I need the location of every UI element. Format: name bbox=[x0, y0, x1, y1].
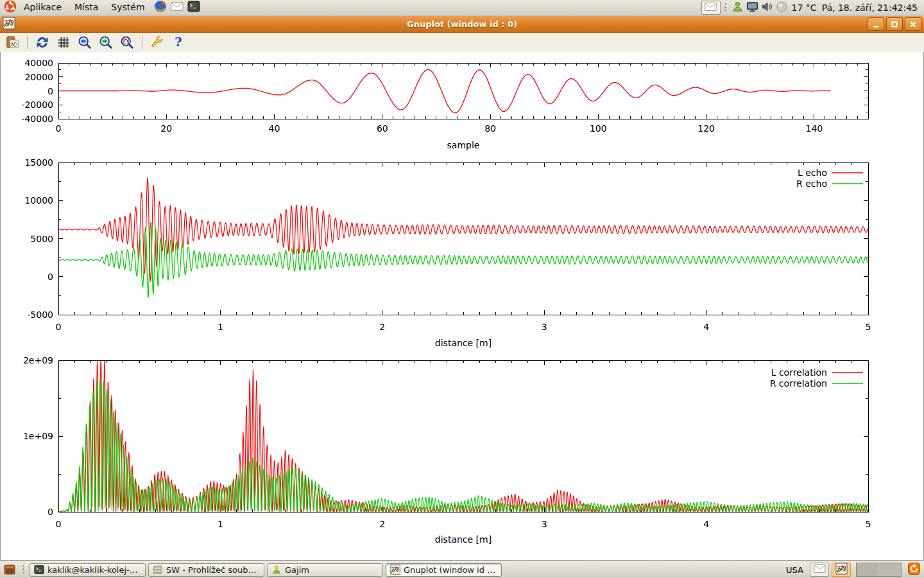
window-controls bbox=[868, 17, 921, 31]
copy-button[interactable] bbox=[3, 34, 21, 51]
zoom-next-icon bbox=[99, 35, 113, 49]
help-button[interactable]: ? bbox=[169, 34, 187, 51]
svg-text:15000: 15000 bbox=[24, 157, 53, 168]
svg-text:1e+09: 1e+09 bbox=[23, 431, 53, 441]
svg-text:sample: sample bbox=[447, 140, 480, 150]
svg-text:20000: 20000 bbox=[24, 72, 53, 82]
gnuplot-icon bbox=[390, 565, 400, 575]
gnuplot-plots: 020406080100120140-40000-200000200004000… bbox=[1, 53, 924, 561]
top-panel: Aplikace Místa Systém 17 °C Pá, 18. září… bbox=[0, 0, 924, 15]
svg-text:R correlation: R correlation bbox=[770, 378, 827, 389]
grid-icon bbox=[56, 35, 71, 49]
zoom-next-button[interactable] bbox=[97, 34, 115, 51]
gajim-icon bbox=[271, 565, 282, 575]
svg-text:0: 0 bbox=[47, 507, 53, 517]
svg-text:L echo: L echo bbox=[798, 168, 827, 178]
svg-text:140: 140 bbox=[805, 123, 823, 134]
keyboard-layout-indicator[interactable]: USA bbox=[786, 565, 803, 575]
svg-text:-20000: -20000 bbox=[21, 100, 53, 110]
toolbar-separator bbox=[27, 36, 28, 49]
svg-text:40000: 40000 bbox=[24, 58, 53, 68]
svg-text:2: 2 bbox=[379, 519, 385, 529]
unzoom-icon bbox=[120, 35, 134, 49]
workspace-switcher bbox=[856, 563, 902, 577]
svg-text:80: 80 bbox=[484, 123, 496, 134]
svg-text:4: 4 bbox=[703, 519, 709, 529]
weather-icon[interactable] bbox=[776, 1, 788, 13]
replot-icon bbox=[35, 35, 49, 49]
firefox-icon[interactable] bbox=[154, 0, 167, 13]
grid-button[interactable] bbox=[55, 34, 73, 51]
svg-text:10000: 10000 bbox=[24, 195, 53, 206]
taskbar-button-gajim[interactable]: Gajim bbox=[267, 563, 383, 577]
svg-text:5: 5 bbox=[866, 519, 871, 529]
menu-mista[interactable]: Místa bbox=[69, 1, 104, 13]
svg-text:2e+09: 2e+09 bbox=[23, 355, 53, 365]
taskbar-mail-tray-button[interactable] bbox=[810, 563, 829, 577]
svg-text:distance [m]: distance [m] bbox=[435, 534, 492, 545]
svg-text:L correlation: L correlation bbox=[771, 367, 827, 378]
mail-icon[interactable] bbox=[171, 0, 184, 13]
toolbar: ? bbox=[0, 33, 924, 53]
zoom-previous-button[interactable] bbox=[76, 34, 94, 51]
applications-menu-icon[interactable] bbox=[4, 0, 17, 15]
svg-text:0: 0 bbox=[56, 519, 62, 529]
user-icon[interactable] bbox=[732, 1, 744, 13]
svg-text:?: ? bbox=[175, 35, 182, 49]
taskbar-grip[interactable] bbox=[22, 565, 25, 575]
taskbar-button-gnuplot[interactable]: Gnuplot (window id : 0) bbox=[386, 563, 502, 577]
display-icon[interactable] bbox=[746, 1, 758, 13]
clock[interactable]: Pá, 18. září, 21:42:45 bbox=[822, 3, 918, 13]
svg-text:1: 1 bbox=[218, 322, 223, 332]
gnuplot-icon bbox=[3, 17, 15, 30]
maximize-button[interactable] bbox=[886, 17, 903, 31]
svg-text:3: 3 bbox=[542, 519, 547, 529]
replot-button[interactable] bbox=[33, 34, 51, 51]
menu-aplikace[interactable]: Aplikace bbox=[18, 1, 67, 13]
mail-icon bbox=[705, 1, 717, 13]
svg-text:0: 0 bbox=[56, 322, 62, 332]
trash-button[interactable] bbox=[907, 562, 921, 577]
gnuplot-window: Gnuplot (window id : 0) ? 02040608010012… bbox=[0, 16, 924, 561]
taskbar-button-terminal[interactable]: kaklik@kaklik-kolej-u... bbox=[30, 563, 146, 577]
svg-text:100: 100 bbox=[590, 123, 607, 134]
unzoom-button[interactable] bbox=[118, 34, 136, 51]
ubuntu-logo bbox=[4, 0, 17, 13]
taskbar-button-label: Gajim bbox=[285, 565, 309, 575]
svg-text:120: 120 bbox=[697, 123, 715, 134]
svg-text:5: 5 bbox=[866, 322, 871, 332]
svg-text:4: 4 bbox=[703, 322, 709, 332]
taskbar-button-label: kaklik@kaklik-kolej-u... bbox=[47, 565, 141, 575]
taskbar-button-file-manager[interactable]: SW - Prohlížeč souborů bbox=[148, 563, 264, 577]
terminal-icon[interactable] bbox=[187, 0, 200, 13]
gnuplot-icon bbox=[835, 563, 848, 575]
mail-notification-button[interactable] bbox=[701, 1, 721, 15]
workspace-1[interactable] bbox=[857, 563, 878, 576]
window-title: Gnuplot (window id : 0) bbox=[0, 19, 924, 29]
config-button[interactable] bbox=[148, 34, 166, 51]
menu-system[interactable]: Systém bbox=[105, 1, 150, 13]
taskbar: kaklik@kaklik-kolej-u...SW - Prohlížeč s… bbox=[0, 561, 924, 578]
volume-icon[interactable] bbox=[761, 1, 773, 13]
notification-area bbox=[730, 1, 789, 15]
taskbar-button-label: SW - Prohlížeč souborů bbox=[166, 565, 260, 575]
workspace-2[interactable] bbox=[878, 563, 901, 576]
trash-icon bbox=[907, 562, 921, 575]
show-desktop-button[interactable] bbox=[2, 563, 17, 577]
svg-text:-5000: -5000 bbox=[27, 310, 53, 320]
temperature-indicator[interactable]: 17 °C bbox=[792, 3, 817, 13]
show-desktop-icon bbox=[3, 563, 16, 576]
close-button[interactable] bbox=[905, 17, 921, 31]
terminal-icon bbox=[34, 565, 44, 575]
file-manager-icon bbox=[153, 565, 163, 575]
svg-text:0: 0 bbox=[47, 86, 53, 96]
panel-grip[interactable] bbox=[724, 3, 727, 13]
titlebar[interactable]: Gnuplot (window id : 0) bbox=[0, 16, 924, 33]
minimize-button[interactable] bbox=[868, 17, 884, 31]
svg-text:0: 0 bbox=[47, 272, 53, 282]
mail-icon bbox=[814, 563, 826, 575]
taskbar-gnuplot-tray-button[interactable] bbox=[832, 563, 851, 577]
svg-text:20: 20 bbox=[160, 123, 172, 134]
svg-text:40: 40 bbox=[269, 123, 280, 134]
plot-canvas[interactable]: 020406080100120140-40000-200000200004000… bbox=[0, 52, 924, 561]
